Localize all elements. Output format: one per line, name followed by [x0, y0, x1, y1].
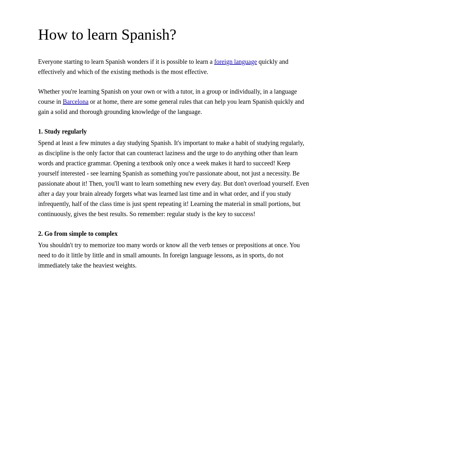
section-1-body: Spend at least a few minutes a day study…: [38, 138, 311, 219]
section-simple-to-complex: 2. Go from simple to complex You shouldn…: [38, 228, 311, 270]
intro1-before-link: Everyone starting to learn Spanish wonde…: [38, 58, 214, 65]
foreign-language-link[interactable]: foreign language: [214, 58, 257, 65]
page-title: How to learn Spanish?: [38, 25, 311, 44]
intro-paragraph-1: Everyone starting to learn Spanish wonde…: [38, 56, 311, 77]
barcelona-link[interactable]: Barcelona: [63, 98, 89, 105]
section-1-title: 1. Study regularly: [38, 126, 311, 136]
section-2-body: You shouldn't try to memorize too many w…: [38, 240, 311, 270]
section-2-title: 2. Go from simple to complex: [38, 228, 311, 239]
intro-paragraph-2: Whether you're learning Spanish on your …: [38, 86, 311, 117]
section-study-regularly: 1. Study regularly Spend at least a few …: [38, 126, 311, 219]
